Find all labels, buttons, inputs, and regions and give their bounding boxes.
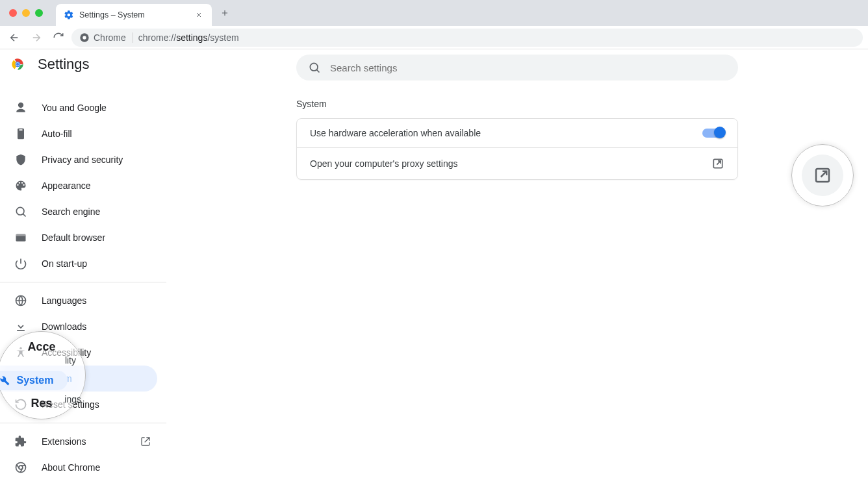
sidebar-item-label: Reset settings bbox=[42, 399, 99, 410]
shield-icon bbox=[14, 153, 27, 166]
sidebar-item-label: Default browser bbox=[42, 232, 105, 243]
svg-point-13 bbox=[310, 63, 318, 71]
sidebar-item-label: System bbox=[42, 373, 72, 384]
maximize-window-button[interactable] bbox=[35, 9, 43, 17]
forward-button[interactable] bbox=[27, 29, 45, 47]
palette-icon bbox=[14, 179, 27, 192]
sidebar-item-label: Auto-fill bbox=[42, 129, 72, 139]
sidebar-item-label: Search engine bbox=[42, 206, 100, 217]
sidebar-item-label: Privacy and security bbox=[42, 155, 123, 165]
url-text: chrome://settings/system bbox=[138, 32, 239, 43]
gear-icon bbox=[64, 10, 74, 20]
divider bbox=[0, 282, 166, 282]
accessibility-icon bbox=[14, 346, 27, 359]
wrench-icon bbox=[14, 372, 27, 385]
clipboard-icon bbox=[14, 127, 27, 140]
section-title: System bbox=[296, 99, 738, 109]
reload-button[interactable] bbox=[49, 29, 68, 47]
close-window-button[interactable] bbox=[9, 9, 17, 17]
browser-tab[interactable]: Settings – System bbox=[56, 4, 212, 26]
back-button[interactable] bbox=[5, 29, 23, 47]
main-content: System Use hardware acceleration when av… bbox=[166, 49, 868, 485]
sidebar-item-privacy[interactable]: Privacy and security bbox=[0, 147, 157, 173]
sidebar-item-you-and-google[interactable]: You and Google bbox=[0, 95, 157, 121]
search-icon bbox=[14, 205, 27, 218]
close-tab-icon[interactable] bbox=[194, 10, 204, 20]
sidebar-item-label: You and Google bbox=[42, 103, 107, 113]
sidebar-item-autofill[interactable]: Auto-fill bbox=[0, 121, 157, 147]
site-chip: Chrome bbox=[79, 32, 133, 43]
external-link-icon bbox=[140, 436, 151, 447]
sidebar-item-reset[interactable]: Reset settings bbox=[0, 392, 157, 417]
download-icon bbox=[14, 320, 27, 333]
sidebar-item-label: On start-up bbox=[42, 258, 87, 269]
sidebar-item-extensions[interactable]: Extensions bbox=[0, 429, 157, 454]
browser-tab-strip: Settings – System bbox=[0, 0, 868, 26]
sidebar-item-system[interactable]: System bbox=[0, 366, 157, 392]
chrome-icon bbox=[14, 461, 27, 474]
sidebar-item-label: About Chrome bbox=[42, 462, 100, 473]
sidebar-item-about[interactable]: About Chrome bbox=[0, 454, 157, 480]
search-icon bbox=[308, 61, 321, 74]
sidebar-item-accessibility[interactable]: Accessibility bbox=[0, 340, 157, 366]
sidebar-item-label: Languages bbox=[42, 295, 86, 306]
sidebar: You and Google Auto-fill Privacy and sec… bbox=[0, 49, 166, 485]
svg-point-6 bbox=[16, 207, 24, 215]
site-chip-label: Chrome bbox=[94, 32, 126, 43]
sidebar-item-label: Downloads bbox=[42, 321, 86, 332]
toggle-on[interactable] bbox=[702, 129, 724, 138]
svg-point-1 bbox=[83, 36, 86, 39]
power-icon bbox=[14, 257, 27, 270]
new-tab-button[interactable] bbox=[216, 4, 234, 22]
sidebar-item-default-browser[interactable]: Default browser bbox=[0, 225, 157, 251]
sidebar-item-startup[interactable]: On start-up bbox=[0, 251, 157, 277]
external-link-icon bbox=[711, 157, 724, 170]
svg-point-10 bbox=[19, 347, 21, 349]
omnibox[interactable]: Chrome chrome://settings/system bbox=[71, 29, 863, 47]
globe-icon bbox=[14, 294, 27, 307]
sidebar-item-label: Extensions bbox=[42, 436, 86, 447]
sidebar-item-languages[interactable]: Languages bbox=[0, 288, 157, 314]
address-bar: Chrome chrome://settings/system bbox=[0, 26, 868, 49]
person-icon bbox=[14, 101, 27, 114]
settings-card: Use hardware acceleration when available… bbox=[296, 118, 738, 180]
row-proxy-settings[interactable]: Open your computer's proxy settings bbox=[297, 147, 737, 179]
reset-icon bbox=[14, 398, 27, 411]
minimize-window-button[interactable] bbox=[22, 9, 30, 17]
tab-title: Settings – System bbox=[79, 10, 188, 19]
sidebar-item-search-engine[interactable]: Search engine bbox=[0, 199, 157, 225]
divider bbox=[0, 423, 166, 423]
row-label: Open your computer's proxy settings bbox=[310, 158, 458, 169]
search-input[interactable] bbox=[330, 62, 726, 73]
row-label: Use hardware acceleration when available bbox=[310, 128, 481, 138]
sidebar-item-downloads[interactable]: Downloads bbox=[0, 314, 157, 340]
sidebar-item-label: Appearance bbox=[42, 180, 91, 191]
svg-rect-8 bbox=[16, 234, 26, 236]
row-hardware-acceleration[interactable]: Use hardware acceleration when available bbox=[297, 119, 737, 147]
search-settings[interactable] bbox=[296, 55, 738, 81]
window-controls bbox=[0, 9, 52, 17]
puzzle-icon bbox=[14, 435, 27, 448]
browser-icon bbox=[14, 231, 27, 244]
sidebar-item-label: Accessibility bbox=[42, 347, 91, 358]
sidebar-item-appearance[interactable]: Appearance bbox=[0, 173, 157, 199]
